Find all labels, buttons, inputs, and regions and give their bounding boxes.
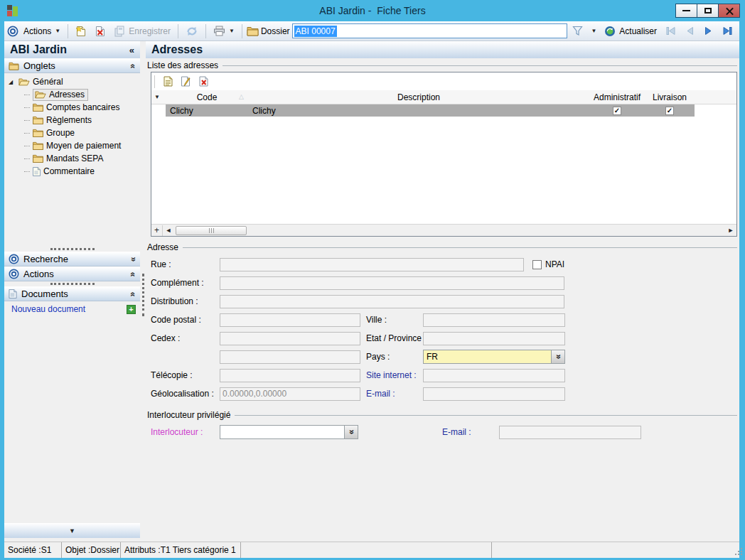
grid-new-button[interactable] <box>162 75 174 87</box>
grid-toolbar-grip <box>154 75 155 88</box>
sidebar-item-comptes-bancaires[interactable]: Comptes bancaires <box>23 101 140 114</box>
nav-previous-button[interactable] <box>682 24 698 38</box>
panel-documents-header[interactable]: Documents « <box>4 286 140 301</box>
collapse-panel-icon[interactable]: « <box>129 63 138 68</box>
sidebar-scroll-down-bar[interactable]: ▼ <box>4 523 140 538</box>
etat-province-input[interactable] <box>423 332 565 345</box>
sidebar-item-groupe[interactable]: Groupe <box>23 126 140 139</box>
grid-horizontal-scrollbar[interactable]: + ◄ ► <box>151 224 736 236</box>
distribution-input[interactable] <box>220 295 564 308</box>
folder-icon <box>33 141 43 150</box>
cedex-input[interactable] <box>220 332 360 345</box>
npai-checkbox[interactable] <box>532 260 542 269</box>
splitter-handle-dots <box>142 274 144 316</box>
nav-next-button[interactable] <box>700 24 717 38</box>
status-empty-panel <box>241 542 492 558</box>
checkbox-checked-icon[interactable]: ✓ <box>665 107 674 115</box>
form-row-complement: Complément : <box>151 274 737 292</box>
code-postal-input[interactable] <box>220 313 360 327</box>
delete-item-icon <box>198 76 209 87</box>
grid-edit-button[interactable] <box>180 75 192 87</box>
combo-dropdown-button[interactable]: « <box>551 350 564 363</box>
column-header-livraison[interactable]: Livraison <box>645 90 695 104</box>
sidebar-item-mandats-sepa[interactable]: Mandats SEPA <box>23 152 140 165</box>
pays-combobox[interactable]: FR « <box>423 350 565 364</box>
telecopie-label: Télécopie : <box>151 370 220 380</box>
panel-splitter-handle[interactable] <box>4 247 140 252</box>
sidebar-splitter[interactable] <box>140 41 146 542</box>
column-header-administratif[interactable]: Administratif <box>589 90 645 104</box>
geolocalisation-input[interactable] <box>220 387 360 401</box>
sync-button[interactable] <box>183 24 201 38</box>
grid-delete-button[interactable] <box>198 75 210 87</box>
tree-item-label: Adresses <box>49 90 85 99</box>
titlebar: ABI Jardin - Fiche Tiers <box>0 0 745 21</box>
scroll-left-button[interactable]: ◄ <box>163 225 174 236</box>
minimize-button[interactable] <box>675 4 697 18</box>
interlocuteur-email-input[interactable] <box>499 426 641 439</box>
cell-description: Clichy <box>248 104 589 117</box>
add-document-button[interactable]: + <box>127 305 136 314</box>
nav-last-button[interactable] <box>719 24 736 38</box>
expand-panel-icon[interactable]: « <box>129 257 138 262</box>
column-header-code[interactable]: Code △ <box>166 90 248 104</box>
email-input[interactable] <box>423 387 565 401</box>
sidebar: ABI Jardin « Onglets « ◢ Général <box>4 41 140 542</box>
delete-record-button[interactable] <box>92 24 109 38</box>
filter-button[interactable] <box>569 24 586 38</box>
telecopie-input[interactable] <box>220 369 360 382</box>
sidebar-item-commentaire[interactable]: Commentaire <box>23 165 140 178</box>
new-record-button[interactable] <box>73 24 90 38</box>
status-attributs: Attributs :T1 Tiers catégorie 1 <box>121 542 241 558</box>
toolbar-separator <box>178 24 178 38</box>
save-button[interactable]: Enregistrer <box>111 24 173 38</box>
resize-grip[interactable] <box>735 554 736 555</box>
pays-label: Pays : <box>366 352 423 362</box>
filter-dropdown-icon[interactable]: ▼ <box>591 28 596 34</box>
panel-recherche-header[interactable]: Recherche « <box>4 252 140 266</box>
complement-input[interactable] <box>220 276 564 290</box>
combo-dropdown-button[interactable]: « <box>344 426 358 438</box>
scroll-right-button[interactable]: ► <box>725 225 736 236</box>
actions-menu-button[interactable]: Actions ▼ <box>21 25 63 38</box>
unlabeled-input[interactable] <box>220 350 360 364</box>
nav-first-button[interactable] <box>662 24 680 38</box>
rue-input[interactable] <box>220 258 524 271</box>
panel-onglets-header[interactable]: Onglets « <box>4 58 140 73</box>
actualiser-icon <box>604 26 616 37</box>
actualiser-button[interactable]: Actualiser <box>601 24 660 38</box>
collapse-panel-icon[interactable]: « <box>129 291 138 296</box>
interlocuteur-combobox[interactable]: « <box>220 425 358 439</box>
actions-label: Actions <box>23 26 51 36</box>
table-row[interactable]: Clichy Clichy ✓ ✓ <box>151 104 736 117</box>
sidebar-item-moyen-de-paiement[interactable]: Moyen de paiement <box>23 139 140 152</box>
sidebar-item-reglements[interactable]: Règlements <box>23 114 140 126</box>
tree-expander-icon[interactable]: ◢ <box>9 79 16 85</box>
checkbox-checked-icon[interactable]: ✓ <box>613 107 621 115</box>
form-row-interlocuteur: Interlocuteur : « E-mail : <box>151 423 737 441</box>
ville-input[interactable] <box>423 313 565 327</box>
panel-splitter-handle[interactable] <box>4 281 140 286</box>
panel-documents-label: Documents <box>21 289 68 299</box>
panel-actions-header[interactable]: Actions « <box>4 266 140 281</box>
panel-actions-label: Actions <box>23 269 54 279</box>
scrollbar-thumb[interactable] <box>176 226 247 235</box>
print-button[interactable]: ▼ <box>210 24 237 38</box>
collapse-sidebar-button[interactable]: « <box>129 45 134 55</box>
sidebar-item-adresses[interactable]: Adresses <box>23 88 140 101</box>
tree-root-general[interactable]: ◢ Général <box>4 75 140 88</box>
nouveau-document-link[interactable]: Nouveau document <box>11 304 85 314</box>
collapse-panel-icon[interactable]: « <box>129 271 138 276</box>
close-button[interactable] <box>718 4 740 18</box>
column-chooser-button[interactable]: ▼ <box>151 90 166 104</box>
grid-add-row-button[interactable]: + <box>151 225 163 236</box>
application-window: ABI Jardin - Fiche Tiers Actions ▼ Enreg… <box>0 0 745 560</box>
dossier-input[interactable]: ABI 00007 <box>292 23 568 38</box>
chevron-double-down-icon: « <box>347 430 355 435</box>
main-toolbar: Actions ▼ Enregistrer ▼ Dossier ABI 0000 <box>4 21 739 41</box>
maximize-button[interactable] <box>697 4 719 18</box>
column-header-description[interactable]: Description <box>248 90 589 104</box>
site-internet-input[interactable] <box>423 369 565 382</box>
printer-icon <box>213 26 225 36</box>
panel-onglets-label: Onglets <box>23 60 55 71</box>
